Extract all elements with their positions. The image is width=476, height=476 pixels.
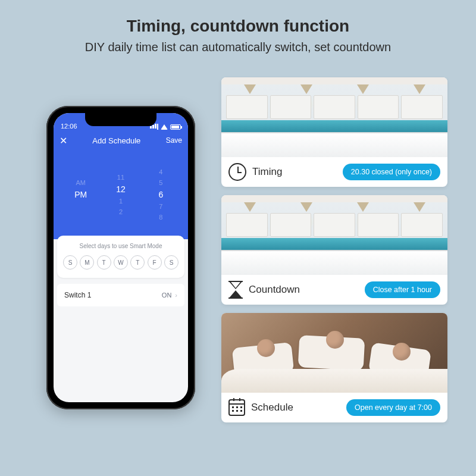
days-sheet: Select days to use Smart Mode S M T W T … [57,236,184,278]
switch-row[interactable]: Switch 1 ON › [57,284,184,306]
subheadline: DIY daily time list can automatically sw… [0,40,476,54]
picker-ampm-selected: PM [74,190,87,199]
nav-bar: ✕ Add Schedule Save [54,131,188,150]
day-mon[interactable]: M [80,255,94,270]
battery-icon [170,124,181,130]
picker-hour-selected: 12 [116,184,126,194]
time-picker[interactable]: AM PM 11 12 1 2 4 5 6 7 8 [54,150,188,239]
close-button[interactable]: ✕ [60,135,67,146]
picker-min-opt: 5 [159,179,162,186]
headline: Timing, countdown function [0,0,476,36]
phone-frame: 12:06 ✕ Add Schedule Save AM PM 11 12 1 [46,106,195,409]
card-pill: Open every day at 7:00 [346,399,440,416]
picker-min-selected: 6 [158,190,163,199]
card-countdown: Countdown Close after 1 hour [221,195,447,305]
picker-min-col[interactable]: 4 5 6 7 8 [141,155,181,234]
calendar-icon [228,399,245,416]
phone-notch [85,113,156,126]
picker-hour-col[interactable]: 11 12 1 2 [101,155,140,234]
picker-min-opt: 4 [159,168,162,176]
picker-min-opt: 8 [159,214,162,221]
day-sat[interactable]: S [164,255,178,270]
wifi-icon [161,124,168,130]
days-row: S M T W T F S [63,255,178,270]
card-label: Countdown [249,284,300,296]
card-label: Schedule [251,402,293,414]
day-tue[interactable]: T [97,255,111,270]
status-time: 12:06 [61,123,77,130]
card-timing: Timing 20.30 closed (only once) [221,77,447,187]
card-thumb [221,77,447,157]
card-thumb [221,313,447,393]
card-schedule: Schedule Open every day at 7:00 [221,313,447,422]
day-wed[interactable]: W [114,255,128,270]
card-thumb [221,195,447,275]
feature-cards: Timing 20.30 closed (only once) Countdow… [221,77,447,422]
day-sun[interactable]: S [63,255,77,270]
picker-hour-opt: 11 [117,174,124,181]
card-pill: 20.30 closed (only once) [343,164,440,180]
card-pill: Close after 1 hour [365,281,440,298]
day-thu[interactable]: T [130,255,145,270]
day-fri[interactable]: F [148,255,162,270]
phone-screen: 12:06 ✕ Add Schedule Save AM PM 11 12 1 [54,113,188,402]
nav-title: Add Schedule [92,136,140,145]
picker-hour-opt: 1 [119,198,123,205]
picker-min-opt: 7 [159,203,162,210]
switch-row-label: Switch 1 [64,291,91,299]
picker-ampm-opt: AM [76,179,86,186]
picker-hour-opt: 2 [119,208,123,215]
card-label: Timing [252,166,282,178]
switch-row-value: ON [162,292,172,299]
save-button[interactable]: Save [166,136,182,145]
clock-icon [228,163,246,181]
days-sheet-title: Select days to use Smart Mode [63,243,178,249]
chevron-right-icon: › [175,292,177,299]
picker-ampm-col[interactable]: AM PM [61,155,101,234]
hourglass-icon [228,281,243,299]
